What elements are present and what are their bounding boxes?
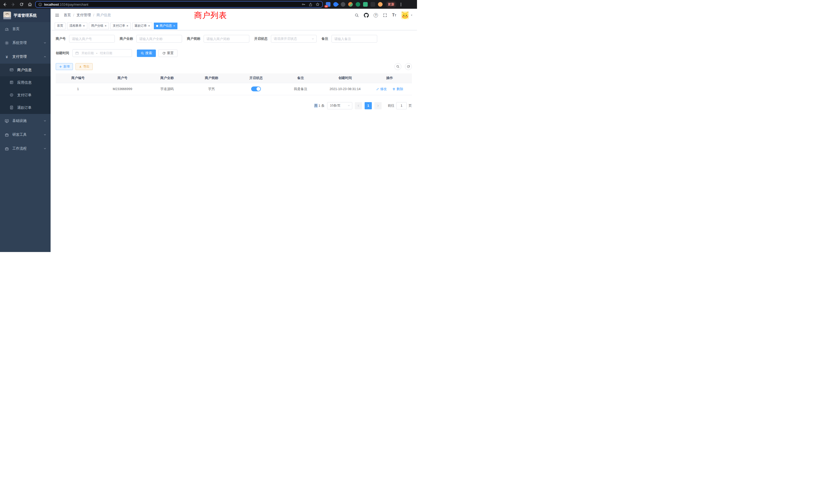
toggle-knob (257, 87, 260, 91)
caret-down-icon (410, 14, 413, 17)
sidebar-item-refund-order[interactable]: 退款订单 (0, 101, 50, 114)
short-name-input[interactable] (204, 35, 249, 43)
tab-home[interactable]: 首页 (55, 23, 65, 29)
close-icon[interactable]: × (148, 24, 150, 27)
password-key-icon[interactable] (302, 2, 306, 6)
filter-label: 商户简称 (187, 37, 200, 41)
chevron-down-icon (43, 41, 46, 44)
sidebar-item-label: 商户信息 (17, 68, 31, 72)
tab-merchant-info[interactable]: 商户信息× (154, 23, 177, 29)
sidebar-item-pay[interactable]: ¥ 支付管理 (0, 50, 50, 64)
site-info-icon[interactable] (38, 3, 42, 6)
date-start-placeholder: 开始日期 (81, 51, 94, 55)
chevron-down-icon (347, 104, 350, 107)
tab-pay-order[interactable]: 支付订单× (110, 23, 131, 29)
pagination-total: 共 1 条 (314, 104, 325, 108)
edit-link[interactable]: 修改 (376, 87, 387, 91)
sidebar-item-pay-order[interactable]: 支付订单 (0, 89, 50, 101)
dark-extension-icon[interactable] (341, 2, 345, 7)
extension-grid-icon[interactable]: 10 (326, 2, 330, 7)
breadcrumb-separator: / (71, 13, 76, 17)
extension-icons: 10 (326, 2, 382, 7)
page-number-button[interactable]: 1 (365, 102, 372, 109)
sidebar-item-label: 基础设施 (12, 118, 27, 123)
page-size-select[interactable]: 10条/页 (327, 102, 352, 109)
user-avatar[interactable] (401, 11, 409, 19)
cell-full-name: 芋道源码 (145, 83, 189, 95)
browser-update-button[interactable]: 更新 (386, 1, 396, 8)
search-button[interactable]: 搜索 (137, 49, 156, 57)
reload-icon[interactable] (20, 2, 24, 6)
table-toolbar: 新增 导出 (56, 63, 412, 70)
sidebar: 芋道管理系统 首页 系统管理 ¥ 支付管理 (0, 9, 50, 252)
green-circle-extension-icon[interactable] (356, 2, 360, 7)
home-icon[interactable] (28, 2, 32, 7)
raindrop-extension-icon[interactable] (332, 1, 339, 7)
close-icon[interactable]: × (173, 24, 175, 27)
topbar-actions: ? TT (355, 11, 413, 19)
add-button[interactable]: 新增 (56, 63, 73, 70)
goto-label: 前往 (388, 104, 394, 108)
sidebar-item-workflow[interactable]: 工作流程 (0, 142, 50, 156)
back-icon[interactable] (3, 2, 7, 7)
export-button[interactable]: 导出 (75, 63, 93, 70)
sidebar-item-infra[interactable]: 基础设施 (0, 114, 50, 128)
status-toggle[interactable] (251, 87, 261, 91)
sidebar-item-label: 研发工具 (12, 132, 27, 137)
url-path: :1024/pay/merchant (59, 3, 88, 6)
avatar-extension-icon[interactable] (348, 2, 353, 7)
hamburger-icon[interactable] (55, 13, 60, 18)
goto-page-input[interactable] (396, 102, 407, 109)
delete-link[interactable]: 删除 (392, 87, 403, 91)
filter-label: 创建时间 (56, 51, 69, 55)
search-icon[interactable] (355, 13, 359, 18)
filter-status: 开启状态 请选择开启状态 (254, 35, 316, 43)
sidebar-logo[interactable]: 芋道管理系统 (0, 9, 50, 22)
filter-row-1: 商户号 商户全称 商户简称 开启状态 请选择开启状态 (56, 35, 412, 43)
toggle-search-icon[interactable] (394, 63, 401, 70)
breadcrumb-pay[interactable]: 支付管理 (76, 13, 91, 18)
sidebar-item-merchant-info[interactable]: 商户信息 (0, 64, 50, 76)
close-icon[interactable]: × (83, 24, 85, 27)
address-bar[interactable]: localhost:1024/pay/merchant (35, 1, 323, 8)
remark-input[interactable] (331, 35, 377, 43)
bookmark-star-icon[interactable] (315, 2, 320, 6)
monitor-icon (5, 119, 9, 123)
font-size-icon[interactable]: TT (392, 13, 396, 18)
profile-extension-icon[interactable] (378, 2, 382, 7)
reset-button[interactable]: 重置 (158, 49, 177, 57)
merchant-no-input[interactable] (69, 35, 115, 43)
sidebar-item-app-info[interactable]: 应用信息 (0, 76, 50, 89)
fullscreen-icon[interactable] (383, 13, 387, 18)
sidebar-item-devtools[interactable]: 研发工具 (0, 128, 50, 142)
close-icon[interactable]: × (105, 24, 107, 27)
tab-process-form[interactable]: 流程表单× (67, 23, 87, 29)
share-icon[interactable] (309, 3, 312, 6)
browser-menu-icon[interactable] (399, 3, 402, 6)
sidebar-item-home[interactable]: 首页 (0, 22, 50, 36)
date-range-picker[interactable]: 开始日期 - 结束日期 (72, 49, 132, 57)
prev-page-button[interactable] (355, 102, 362, 109)
full-name-input[interactable] (136, 35, 182, 43)
next-page-button[interactable] (374, 102, 381, 109)
tab-refund-order[interactable]: 退款订单× (132, 23, 153, 29)
pin-extension-icon[interactable] (371, 2, 375, 7)
sidebar-item-label: 工作流程 (12, 146, 27, 151)
close-icon[interactable]: × (126, 24, 128, 27)
notes-extension-icon[interactable] (363, 2, 368, 7)
extension-badge: 10 (324, 5, 328, 8)
github-icon[interactable] (364, 13, 369, 18)
status-select-placeholder: 请选择开启状态 (274, 37, 297, 41)
breadcrumb-home[interactable]: 首页 (64, 13, 71, 18)
col-remark: 备注 (278, 73, 323, 83)
yen-icon: ¥ (5, 55, 9, 59)
sidebar-item-system[interactable]: 系统管理 (0, 36, 50, 50)
help-icon[interactable]: ? (374, 13, 378, 18)
user-menu[interactable] (401, 11, 413, 19)
refresh-icon[interactable] (405, 63, 412, 70)
status-select[interactable]: 请选择开启状态 (271, 35, 316, 43)
grid-icon (9, 80, 14, 85)
briefcase-icon (5, 146, 9, 151)
forward-icon[interactable] (11, 2, 16, 7)
tab-user-group[interactable]: 用户分组× (89, 23, 109, 29)
